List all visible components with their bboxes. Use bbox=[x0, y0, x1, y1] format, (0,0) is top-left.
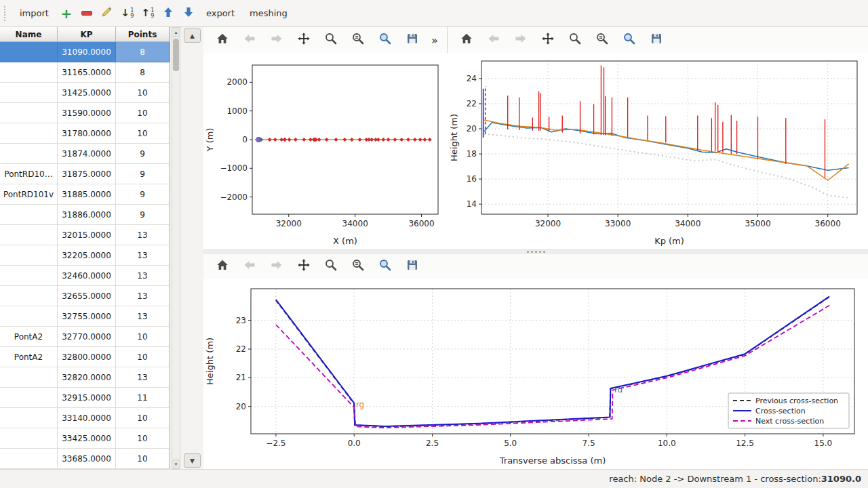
cell-name[interactable] bbox=[0, 42, 58, 62]
cell-points[interactable]: 13 bbox=[116, 367, 170, 388]
move-up-button[interactable] bbox=[159, 5, 177, 22]
cell-name[interactable] bbox=[0, 286, 58, 306]
cell-kp[interactable]: 31875.0000 bbox=[58, 164, 116, 184]
cell-points[interactable]: 13 bbox=[116, 266, 170, 286]
cell-points[interactable]: 10 bbox=[116, 428, 170, 449]
menu-import[interactable]: import bbox=[14, 5, 55, 21]
table-row[interactable]: 31590.000010 bbox=[0, 103, 170, 123]
cell-points[interactable]: 10 bbox=[116, 347, 170, 367]
move-down-button[interactable] bbox=[180, 5, 197, 22]
back-button[interactable] bbox=[483, 30, 505, 50]
cell-kp[interactable]: 31780.0000 bbox=[58, 123, 116, 144]
table-row[interactable]: 32820.000013 bbox=[0, 367, 170, 388]
save-button[interactable] bbox=[646, 30, 667, 50]
table-row[interactable]: PontA232770.000010 bbox=[0, 327, 170, 347]
next-cross-section-button[interactable]: ▼ bbox=[184, 453, 201, 468]
edit-button[interactable] bbox=[98, 5, 116, 22]
customize-button[interactable] bbox=[374, 30, 396, 50]
cell-name[interactable] bbox=[0, 144, 58, 164]
table-row[interactable]: 33685.000010 bbox=[0, 449, 170, 469]
subplots-button[interactable] bbox=[591, 30, 613, 50]
table-scrollbar[interactable]: ▴ ▾ bbox=[172, 27, 180, 469]
back-button[interactable] bbox=[239, 30, 260, 50]
column-header-name[interactable]: Name bbox=[0, 27, 58, 42]
cell-points[interactable]: 10 bbox=[116, 123, 170, 144]
table-row[interactable]: 31780.000010 bbox=[0, 123, 170, 144]
cell-name[interactable] bbox=[0, 123, 58, 144]
cell-kp[interactable]: 32015.0000 bbox=[58, 225, 116, 245]
cell-points[interactable]: 9 bbox=[116, 144, 170, 164]
table-row[interactable]: 32655.000013 bbox=[0, 286, 170, 306]
table-row[interactable]: 32755.000013 bbox=[0, 306, 170, 327]
cell-kp[interactable]: 31165.0000 bbox=[58, 62, 116, 83]
pan-button[interactable] bbox=[293, 30, 315, 50]
add-cross-section-button[interactable]: + bbox=[58, 5, 75, 22]
column-header-kp[interactable]: KP bbox=[58, 27, 116, 42]
table-row[interactable]: PontRD10…31875.00009 bbox=[0, 164, 170, 184]
customize-button[interactable] bbox=[374, 256, 396, 277]
cell-kp[interactable]: 32205.0000 bbox=[58, 245, 116, 266]
cell-points[interactable]: 10 bbox=[116, 327, 170, 347]
cell-name[interactable] bbox=[0, 83, 58, 103]
table-row[interactable]: 32015.000013 bbox=[0, 225, 170, 245]
cell-points[interactable]: 10 bbox=[116, 449, 170, 469]
cell-points[interactable]: 10 bbox=[116, 408, 170, 428]
table-row[interactable]: 33140.000010 bbox=[0, 408, 170, 428]
cell-kp[interactable]: 31090.0000 bbox=[58, 42, 116, 62]
cell-name[interactable] bbox=[0, 367, 58, 388]
forward-button[interactable] bbox=[266, 256, 288, 277]
scrollbar-thumb[interactable] bbox=[173, 39, 179, 71]
cell-kp[interactable]: 31874.0000 bbox=[58, 144, 116, 164]
forward-button[interactable] bbox=[510, 30, 532, 50]
sort-descending-button[interactable]: ↓ 19 bbox=[119, 5, 136, 22]
cell-kp[interactable]: 31590.0000 bbox=[58, 103, 116, 123]
table-row[interactable]: 32205.000013 bbox=[0, 245, 170, 266]
pan-button[interactable] bbox=[293, 256, 315, 277]
cell-points[interactable]: 13 bbox=[116, 245, 170, 266]
previous-cross-section-button[interactable]: ▲ bbox=[184, 28, 201, 43]
home-button[interactable] bbox=[456, 30, 477, 50]
table-row[interactable]: 31874.00009 bbox=[0, 144, 170, 164]
cell-name[interactable] bbox=[0, 306, 58, 327]
scrollbar-down-icon[interactable]: ▾ bbox=[172, 460, 180, 468]
table-row[interactable]: 31090.00008 bbox=[0, 42, 170, 62]
table-row[interactable]: 32460.000013 bbox=[0, 266, 170, 286]
cell-points[interactable]: 10 bbox=[116, 103, 170, 123]
cell-kp[interactable]: 33685.0000 bbox=[58, 449, 116, 469]
cell-name[interactable]: PontRD10… bbox=[0, 164, 58, 184]
cell-kp[interactable]: 31425.0000 bbox=[58, 83, 116, 103]
back-button[interactable] bbox=[239, 256, 260, 277]
table-row[interactable]: 33425.000010 bbox=[0, 428, 170, 449]
cell-points[interactable]: 10 bbox=[116, 83, 170, 103]
table-row[interactable]: 31165.00008 bbox=[0, 62, 170, 83]
cell-name[interactable] bbox=[0, 428, 58, 449]
cell-points[interactable]: 13 bbox=[116, 306, 170, 327]
cell-points[interactable]: 8 bbox=[116, 62, 170, 83]
pan-button[interactable] bbox=[537, 30, 559, 50]
save-button[interactable] bbox=[401, 30, 423, 50]
table-row[interactable]: 31425.000010 bbox=[0, 83, 170, 103]
menu-meshing[interactable]: meshing bbox=[243, 5, 294, 21]
cell-kp[interactable]: 31886.0000 bbox=[58, 205, 116, 225]
cell-name[interactable] bbox=[0, 205, 58, 225]
cell-name[interactable] bbox=[0, 449, 58, 469]
column-header-points[interactable]: Points bbox=[116, 27, 170, 42]
forward-button[interactable] bbox=[266, 30, 288, 50]
cell-name[interactable] bbox=[0, 388, 58, 408]
cell-points[interactable]: 8 bbox=[116, 42, 170, 62]
zoom-rect-button[interactable] bbox=[320, 30, 342, 50]
longitudinal-profile-plot[interactable]: 3200033000340003500036000141618202224Kp … bbox=[448, 53, 868, 249]
cell-points[interactable]: 9 bbox=[116, 164, 170, 184]
zoom-rect-button[interactable] bbox=[320, 256, 342, 277]
home-button[interactable] bbox=[212, 30, 233, 50]
cell-points[interactable]: 13 bbox=[116, 286, 170, 306]
cell-name[interactable] bbox=[0, 245, 58, 266]
cell-kp[interactable]: 33140.0000 bbox=[58, 408, 116, 428]
customize-button[interactable] bbox=[618, 30, 640, 50]
scrollbar-up-icon[interactable]: ▴ bbox=[172, 28, 180, 37]
cell-points[interactable]: 13 bbox=[116, 225, 170, 245]
cell-name[interactable]: PontRD101v bbox=[0, 184, 58, 205]
toolbar-overflow-icon[interactable]: » bbox=[431, 34, 438, 47]
cell-kp[interactable]: 32915.0000 bbox=[58, 388, 116, 408]
cell-name[interactable] bbox=[0, 103, 58, 123]
